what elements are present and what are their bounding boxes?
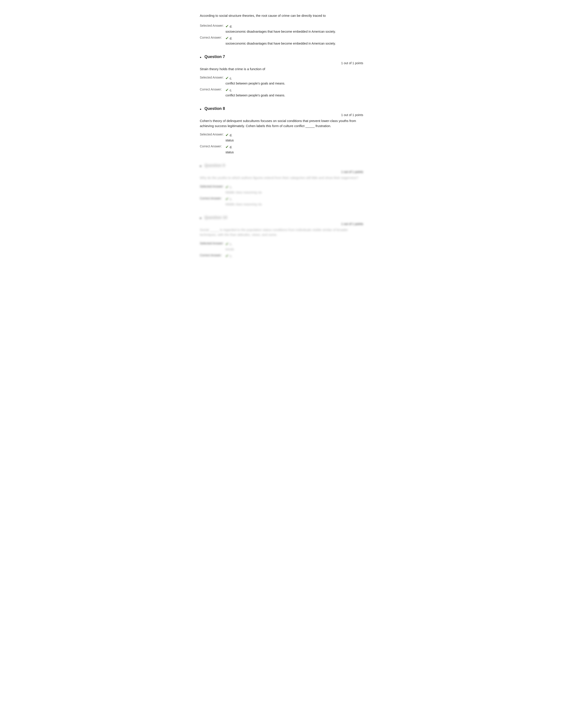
q7-title: Question 7 (204, 54, 225, 59)
q9-question-text: Why do the youths to which authors figur… (200, 175, 363, 180)
q8-correct-text: status (225, 150, 233, 154)
q6-selected-answer: ✔d. socioeconomic disadvantages that hav… (225, 23, 363, 35)
q6-correct-label: Correct Answer: (200, 35, 225, 47)
q10-correct-check-icon: ✔ (225, 254, 229, 258)
q10-answer-table: Selected Answer: ✔b. trends Correct Answ… (200, 240, 363, 260)
q9-points: 1 out of 1 points (200, 170, 363, 174)
q7-bullet: • (200, 55, 201, 60)
q10-points: 1 out of 1 points (200, 222, 363, 226)
q9-selected-text: Middle class reasoning via (225, 191, 261, 194)
q7-selected-check-icon: ✔ (225, 76, 229, 80)
q8-answer-table: Selected Answer: ✔d. status Correct Answ… (200, 131, 363, 155)
q6-correct-row: Correct Answer: ✔d. socioeconomic disadv… (200, 35, 363, 47)
q9-correct-row: Correct Answer: ✔b. Middle class reasoni… (200, 195, 363, 207)
q8-question-text: Cohen's theory of delinquent subcultures… (200, 118, 363, 128)
q7-selected-choice: c. (229, 77, 232, 80)
q7-selected-label: Selected Answer: (200, 75, 225, 86)
q9-selected-check-icon: ✔ (225, 185, 229, 189)
q6-selected-choice: d. (229, 25, 232, 28)
q9-correct-label: Correct Answer: (200, 195, 225, 207)
q6-selected-text: socioeconomic disadvantages that have be… (225, 30, 336, 33)
q8-selected-check-icon: ✔ (225, 133, 229, 137)
q9-title: Question 9 (204, 163, 225, 168)
q9-correct-check-icon: ✔ (225, 197, 229, 201)
q9-bullet: • (200, 164, 201, 169)
q8-correct-answer: ✔d. status (225, 143, 363, 155)
q7-correct-row: Correct Answer: ✔c. conflict between peo… (200, 86, 363, 98)
q10-selected-label: Selected Answer: (200, 240, 225, 252)
q10-selected-row: Selected Answer: ✔b. trends (200, 240, 363, 252)
q10-correct-answer: ✔b. (225, 252, 363, 260)
q9-selected-row: Selected Answer: ✔b. Middle class reason… (200, 184, 363, 195)
q9-selected-label: Selected Answer: (200, 184, 225, 195)
q10-correct-choice: b. (229, 254, 232, 258)
q8-correct-choice: d. (229, 145, 232, 149)
q8-bullet: • (200, 107, 201, 112)
q10-title: Question 10 (204, 215, 227, 220)
q7-points: 1 out of 1 points (200, 61, 363, 65)
q9-correct-text: Middle class reasoning via (225, 203, 261, 206)
q9-correct-choice: b. (229, 197, 232, 201)
question-10-block: • Question 10 1 out of 1 points Social _… (200, 215, 363, 260)
q7-correct-label: Correct Answer: (200, 86, 225, 98)
q6-correct-choice: d. (229, 37, 232, 40)
q7-correct-text: conflict between people's goals and mean… (225, 94, 285, 97)
q10-selected-choice: b. (229, 242, 232, 246)
q10-selected-check-icon: ✔ (225, 242, 229, 246)
q9-selected-choice: b. (229, 186, 232, 189)
q6-selected-check-icon: ✔ (225, 24, 229, 28)
q7-selected-answer: ✔c. conflict between people's goals and … (225, 75, 363, 86)
q7-question-text: Strain theory holds that crime is a func… (200, 67, 363, 72)
q10-bullet: • (200, 216, 201, 221)
q10-selected-text: trends (225, 248, 234, 251)
q9-correct-answer: ✔b. Middle class reasoning via (225, 195, 363, 207)
q6-correct-check-icon: ✔ (225, 36, 229, 40)
q10-question-text: Social _____ is regarded to the populati… (200, 227, 363, 237)
q10-correct-label: Correct Answer: (200, 252, 225, 260)
q8-selected-label: Selected Answer: (200, 131, 225, 143)
q8-correct-label: Correct Answer: (200, 143, 225, 155)
q9-answer-table: Selected Answer: ✔b. Middle class reason… (200, 184, 363, 207)
q9-selected-answer: ✔b. Middle class reasoning via (225, 184, 363, 195)
q10-correct-row: Correct Answer: ✔b. (200, 252, 363, 260)
q8-points: 1 out of 1 points (200, 113, 363, 117)
intro-text: According to social structure theories, … (200, 13, 363, 18)
q10-selected-answer: ✔b. trends (225, 240, 363, 252)
q6-answer-table: Selected Answer: ✔d. socioeconomic disad… (200, 23, 363, 47)
q7-correct-check-icon: ✔ (225, 88, 229, 92)
q8-correct-check-icon: ✔ (225, 145, 229, 149)
q6-selected-row: Selected Answer: ✔d. socioeconomic disad… (200, 23, 363, 35)
question-7-block: • Question 7 1 out of 1 points Strain th… (200, 54, 363, 99)
q8-correct-row: Correct Answer: ✔d. status (200, 143, 363, 155)
q7-answer-table: Selected Answer: ✔c. conflict between pe… (200, 75, 363, 98)
q10-header: • Question 10 (200, 215, 363, 221)
q7-selected-text: conflict between people's goals and mean… (225, 82, 285, 85)
question-6-block: Selected Answer: ✔d. socioeconomic disad… (200, 23, 363, 47)
q7-correct-answer: ✔c. conflict between people's goals and … (225, 86, 363, 98)
q8-header: • Question 8 (200, 106, 363, 112)
q8-selected-answer: ✔d. status (225, 131, 363, 143)
question-9-block: • Question 9 1 out of 1 points Why do th… (200, 163, 363, 207)
q6-selected-label: Selected Answer: (200, 23, 225, 35)
q8-selected-row: Selected Answer: ✔d. status (200, 131, 363, 143)
q7-correct-choice: c. (229, 88, 232, 92)
q7-header: • Question 7 (200, 54, 363, 60)
q8-selected-choice: d. (229, 133, 232, 137)
q7-selected-row: Selected Answer: ✔c. conflict between pe… (200, 75, 363, 86)
q9-header: • Question 9 (200, 163, 363, 169)
q8-title: Question 8 (204, 106, 225, 111)
q8-selected-text: status (225, 139, 233, 142)
q6-correct-text: socioeconomic disadvantages that have be… (225, 42, 336, 45)
question-8-block: • Question 8 1 out of 1 points Cohen's t… (200, 106, 363, 155)
q6-correct-answer: ✔d. socioeconomic disadvantages that hav… (225, 35, 363, 47)
